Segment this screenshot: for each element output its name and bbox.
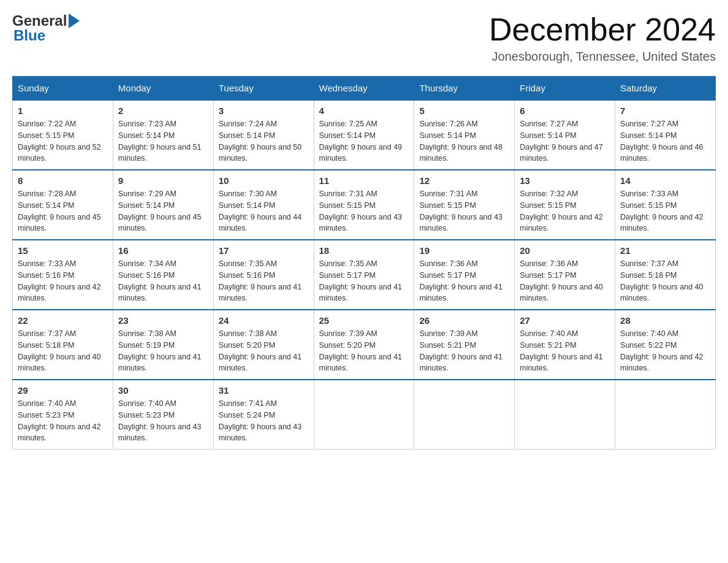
day-number: 19 bbox=[419, 245, 509, 256]
day-info: Sunrise: 7:37 AM Sunset: 5:18 PM Dayligh… bbox=[18, 328, 108, 374]
calendar-cell: 15 Sunrise: 7:33 AM Sunset: 5:16 PM Dayl… bbox=[13, 240, 113, 310]
day-info: Sunrise: 7:37 AM Sunset: 5:18 PM Dayligh… bbox=[620, 258, 710, 304]
location-title: Jonesborough, Tennessee, United States bbox=[489, 50, 716, 64]
day-info: Sunrise: 7:27 AM Sunset: 5:14 PM Dayligh… bbox=[620, 118, 710, 164]
day-info: Sunrise: 7:27 AM Sunset: 5:14 PM Dayligh… bbox=[520, 118, 610, 164]
logo: General Blue bbox=[12, 12, 80, 44]
day-info: Sunrise: 7:25 AM Sunset: 5:14 PM Dayligh… bbox=[319, 118, 409, 164]
day-info: Sunrise: 7:24 AM Sunset: 5:14 PM Dayligh… bbox=[219, 118, 309, 164]
calendar-cell: 13 Sunrise: 7:32 AM Sunset: 5:15 PM Dayl… bbox=[515, 170, 615, 240]
calendar-cell: 12 Sunrise: 7:31 AM Sunset: 5:15 PM Dayl… bbox=[414, 170, 515, 240]
month-title: December 2024 bbox=[489, 12, 716, 47]
calendar-week-row: 15 Sunrise: 7:33 AM Sunset: 5:16 PM Dayl… bbox=[13, 240, 716, 310]
day-number: 4 bbox=[319, 105, 409, 116]
day-number: 18 bbox=[319, 245, 409, 256]
calendar-cell: 3 Sunrise: 7:24 AM Sunset: 5:14 PM Dayli… bbox=[213, 100, 314, 170]
weekday-header-saturday: Saturday bbox=[615, 77, 716, 101]
day-info: Sunrise: 7:30 AM Sunset: 5:14 PM Dayligh… bbox=[219, 188, 309, 234]
weekday-header-sunday: Sunday bbox=[13, 77, 113, 101]
day-number: 8 bbox=[18, 175, 108, 186]
day-number: 16 bbox=[118, 245, 208, 256]
day-number: 14 bbox=[620, 175, 710, 186]
calendar-week-row: 22 Sunrise: 7:37 AM Sunset: 5:18 PM Dayl… bbox=[13, 310, 716, 380]
day-info: Sunrise: 7:32 AM Sunset: 5:15 PM Dayligh… bbox=[520, 188, 610, 234]
calendar-cell: 29 Sunrise: 7:40 AM Sunset: 5:23 PM Dayl… bbox=[13, 380, 113, 450]
day-info: Sunrise: 7:31 AM Sunset: 5:15 PM Dayligh… bbox=[419, 188, 509, 234]
day-info: Sunrise: 7:35 AM Sunset: 5:17 PM Dayligh… bbox=[319, 258, 409, 304]
calendar-cell: 24 Sunrise: 7:38 AM Sunset: 5:20 PM Dayl… bbox=[213, 310, 314, 380]
calendar-cell: 17 Sunrise: 7:35 AM Sunset: 5:16 PM Dayl… bbox=[213, 240, 314, 310]
page-header: General Blue December 2024 Jonesborough,… bbox=[12, 12, 716, 64]
calendar-cell: 30 Sunrise: 7:40 AM Sunset: 5:23 PM Dayl… bbox=[113, 380, 213, 450]
day-info: Sunrise: 7:33 AM Sunset: 5:16 PM Dayligh… bbox=[18, 258, 108, 304]
logo-blue-text: Blue bbox=[13, 27, 45, 44]
day-number: 11 bbox=[319, 175, 409, 186]
calendar-week-row: 8 Sunrise: 7:28 AM Sunset: 5:14 PM Dayli… bbox=[13, 170, 716, 240]
weekday-header-thursday: Thursday bbox=[414, 77, 515, 101]
calendar-cell: 31 Sunrise: 7:41 AM Sunset: 5:24 PM Dayl… bbox=[213, 380, 314, 450]
day-info: Sunrise: 7:29 AM Sunset: 5:14 PM Dayligh… bbox=[118, 188, 208, 234]
calendar-cell: 22 Sunrise: 7:37 AM Sunset: 5:18 PM Dayl… bbox=[13, 310, 113, 380]
day-info: Sunrise: 7:40 AM Sunset: 5:21 PM Dayligh… bbox=[520, 328, 610, 374]
calendar-cell: 23 Sunrise: 7:38 AM Sunset: 5:19 PM Dayl… bbox=[113, 310, 213, 380]
calendar-cell: 18 Sunrise: 7:35 AM Sunset: 5:17 PM Dayl… bbox=[314, 240, 414, 310]
day-number: 29 bbox=[18, 385, 108, 396]
day-number: 21 bbox=[620, 245, 710, 256]
day-number: 6 bbox=[520, 105, 610, 116]
weekday-header-tuesday: Tuesday bbox=[213, 77, 314, 101]
day-info: Sunrise: 7:33 AM Sunset: 5:15 PM Dayligh… bbox=[620, 188, 710, 234]
day-info: Sunrise: 7:35 AM Sunset: 5:16 PM Dayligh… bbox=[219, 258, 309, 304]
logo-triangle-icon bbox=[69, 13, 80, 28]
day-info: Sunrise: 7:40 AM Sunset: 5:22 PM Dayligh… bbox=[620, 328, 710, 374]
day-number: 22 bbox=[18, 315, 108, 326]
day-number: 27 bbox=[520, 315, 610, 326]
calendar-cell: 1 Sunrise: 7:22 AM Sunset: 5:15 PM Dayli… bbox=[13, 100, 113, 170]
day-info: Sunrise: 7:31 AM Sunset: 5:15 PM Dayligh… bbox=[319, 188, 409, 234]
day-number: 17 bbox=[219, 245, 309, 256]
day-info: Sunrise: 7:22 AM Sunset: 5:15 PM Dayligh… bbox=[18, 118, 108, 164]
day-info: Sunrise: 7:38 AM Sunset: 5:19 PM Dayligh… bbox=[118, 328, 208, 374]
day-info: Sunrise: 7:39 AM Sunset: 5:20 PM Dayligh… bbox=[319, 328, 409, 374]
calendar-week-row: 1 Sunrise: 7:22 AM Sunset: 5:15 PM Dayli… bbox=[13, 100, 716, 170]
day-info: Sunrise: 7:40 AM Sunset: 5:23 PM Dayligh… bbox=[18, 398, 108, 444]
calendar-cell: 10 Sunrise: 7:30 AM Sunset: 5:14 PM Dayl… bbox=[213, 170, 314, 240]
weekday-header-friday: Friday bbox=[515, 77, 615, 101]
day-info: Sunrise: 7:23 AM Sunset: 5:14 PM Dayligh… bbox=[118, 118, 208, 164]
weekday-header-monday: Monday bbox=[113, 77, 213, 101]
day-info: Sunrise: 7:34 AM Sunset: 5:16 PM Dayligh… bbox=[118, 258, 208, 304]
day-number: 23 bbox=[118, 315, 208, 326]
calendar-cell: 6 Sunrise: 7:27 AM Sunset: 5:14 PM Dayli… bbox=[515, 100, 615, 170]
day-number: 10 bbox=[219, 175, 309, 186]
day-number: 24 bbox=[219, 315, 309, 326]
day-number: 31 bbox=[219, 385, 309, 396]
day-info: Sunrise: 7:41 AM Sunset: 5:24 PM Dayligh… bbox=[219, 398, 309, 444]
day-info: Sunrise: 7:39 AM Sunset: 5:21 PM Dayligh… bbox=[419, 328, 509, 374]
calendar-cell: 14 Sunrise: 7:33 AM Sunset: 5:15 PM Dayl… bbox=[615, 170, 716, 240]
day-number: 20 bbox=[520, 245, 610, 256]
day-number: 13 bbox=[520, 175, 610, 186]
calendar-cell: 28 Sunrise: 7:40 AM Sunset: 5:22 PM Dayl… bbox=[615, 310, 716, 380]
day-number: 25 bbox=[319, 315, 409, 326]
calendar-cell: 2 Sunrise: 7:23 AM Sunset: 5:14 PM Dayli… bbox=[113, 100, 213, 170]
calendar-cell: 19 Sunrise: 7:36 AM Sunset: 5:17 PM Dayl… bbox=[414, 240, 515, 310]
calendar-cell: 11 Sunrise: 7:31 AM Sunset: 5:15 PM Dayl… bbox=[314, 170, 414, 240]
day-info: Sunrise: 7:36 AM Sunset: 5:17 PM Dayligh… bbox=[419, 258, 509, 304]
day-number: 2 bbox=[118, 105, 208, 116]
calendar-cell bbox=[515, 380, 615, 450]
calendar-cell: 8 Sunrise: 7:28 AM Sunset: 5:14 PM Dayli… bbox=[13, 170, 113, 240]
calendar-cell bbox=[414, 380, 515, 450]
calendar-cell bbox=[615, 380, 716, 450]
day-number: 30 bbox=[118, 385, 208, 396]
calendar-cell bbox=[314, 380, 414, 450]
day-number: 5 bbox=[419, 105, 509, 116]
calendar-cell: 21 Sunrise: 7:37 AM Sunset: 5:18 PM Dayl… bbox=[615, 240, 716, 310]
day-info: Sunrise: 7:40 AM Sunset: 5:23 PM Dayligh… bbox=[118, 398, 208, 444]
title-section: December 2024 Jonesborough, Tennessee, U… bbox=[489, 12, 716, 64]
calendar-week-row: 29 Sunrise: 7:40 AM Sunset: 5:23 PM Dayl… bbox=[13, 380, 716, 450]
day-info: Sunrise: 7:36 AM Sunset: 5:17 PM Dayligh… bbox=[520, 258, 610, 304]
calendar-cell: 5 Sunrise: 7:26 AM Sunset: 5:14 PM Dayli… bbox=[414, 100, 515, 170]
weekday-header-row: SundayMondayTuesdayWednesdayThursdayFrid… bbox=[13, 77, 716, 101]
calendar-cell: 7 Sunrise: 7:27 AM Sunset: 5:14 PM Dayli… bbox=[615, 100, 716, 170]
day-number: 12 bbox=[419, 175, 509, 186]
calendar-cell: 25 Sunrise: 7:39 AM Sunset: 5:20 PM Dayl… bbox=[314, 310, 414, 380]
